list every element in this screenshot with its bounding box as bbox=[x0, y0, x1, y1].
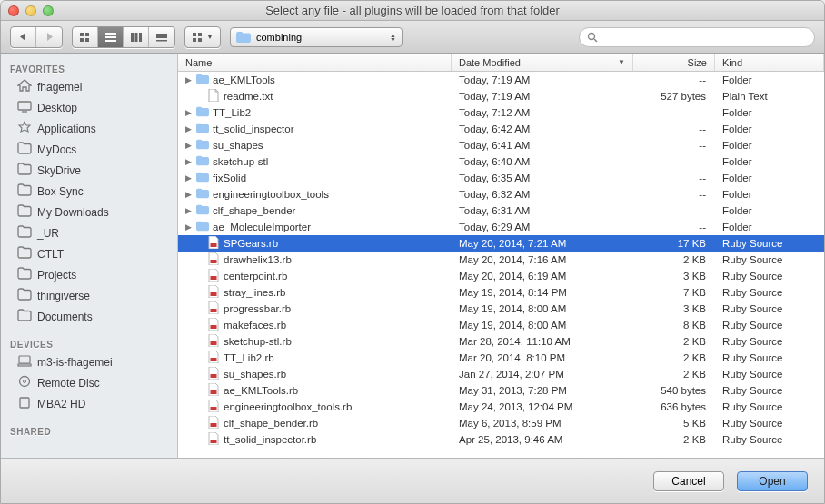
disclosure-triangle-icon[interactable]: ▶ bbox=[184, 124, 193, 133]
table-row[interactable]: clf_shape_bender.rbMay 6, 2013, 8:59 PM5… bbox=[178, 415, 824, 431]
svg-rect-21 bbox=[18, 364, 31, 366]
file-date: May 20, 2014, 7:16 AM bbox=[452, 254, 633, 265]
dialog-body: FAVORITES fhagemeiDesktopApplicationsMyD… bbox=[1, 54, 824, 458]
table-row[interactable]: ▶fixSolidToday, 6:35 AM--Folder bbox=[178, 170, 824, 186]
sidebar-item-ctlt[interactable]: CTLT bbox=[1, 243, 177, 264]
sidebar-item-fhagemei[interactable]: fhagemei bbox=[1, 76, 177, 97]
sidebar-item-box-sync[interactable]: Box Sync bbox=[1, 181, 177, 202]
svg-rect-13 bbox=[198, 33, 202, 36]
table-row[interactable]: TT_Lib2.rbMar 20, 2014, 8:10 PM2 KBRuby … bbox=[178, 350, 824, 366]
file-rows[interactable]: ▶ae_KMLToolsToday, 7:19 AM--Folderreadme… bbox=[178, 72, 824, 458]
file-date: Apr 25, 2013, 9:46 AM bbox=[452, 434, 633, 445]
ruby-file-icon bbox=[207, 236, 220, 251]
column-kind[interactable]: Kind bbox=[715, 54, 824, 71]
sidebar-item-documents[interactable]: Documents bbox=[1, 306, 177, 327]
file-name: sketchup-stl.rb bbox=[224, 336, 292, 347]
arrange-button[interactable]: ▼ bbox=[185, 27, 220, 47]
column-size[interactable]: Size bbox=[633, 54, 715, 71]
table-row[interactable]: ae_KMLTools.rbMay 31, 2013, 7:28 PM540 b… bbox=[178, 382, 824, 399]
table-row[interactable]: ▶ae_KMLToolsToday, 7:19 AM--Folder bbox=[178, 72, 824, 88]
svg-rect-25 bbox=[211, 243, 217, 247]
disclosure-triangle-icon[interactable]: ▶ bbox=[184, 190, 193, 199]
folder-icon bbox=[196, 220, 209, 234]
table-row[interactable]: SPGears.rbMay 20, 2014, 7:21 AM17 KBRuby… bbox=[178, 235, 824, 252]
table-row[interactable]: ▶su_shapesToday, 6:41 AM--Folder bbox=[178, 137, 824, 153]
table-row[interactable]: ▶ae_MoleculeImporterToday, 6:29 AM--Fold… bbox=[178, 219, 824, 235]
ruby-file-icon bbox=[207, 269, 220, 283]
sidebar-item-remote-disc[interactable]: Remote Disc bbox=[1, 372, 177, 393]
view-coverflow-button[interactable] bbox=[149, 27, 174, 47]
table-row[interactable]: tt_solid_inspector.rbApr 25, 2013, 9:46 … bbox=[178, 431, 824, 448]
table-row[interactable]: ▶tt_solid_inspectorToday, 6:42 AM--Folde… bbox=[178, 121, 824, 137]
file-name: readme.txt bbox=[224, 91, 273, 102]
disclosure-triangle-icon[interactable]: ▶ bbox=[184, 157, 193, 166]
sidebar-item--ur[interactable]: _UR bbox=[1, 222, 177, 243]
table-row[interactable]: sketchup-stl.rbMar 28, 2014, 11:10 AM2 K… bbox=[178, 333, 824, 350]
table-row[interactable]: makefaces.rbMay 19, 2014, 8:00 AM8 KBRub… bbox=[178, 317, 824, 333]
disclosure-triangle-icon[interactable]: ▶ bbox=[184, 141, 193, 150]
table-row[interactable]: ▶TT_Lib2Today, 7:12 AM--Folder bbox=[178, 104, 824, 121]
file-size: -- bbox=[633, 189, 715, 200]
file-kind: Ruby Source bbox=[715, 434, 824, 445]
file-size: 8 KB bbox=[633, 320, 715, 331]
window-title: Select any file - all plugins will be lo… bbox=[8, 4, 817, 17]
table-row[interactable]: stray_lines.rbMay 19, 2014, 8:14 PM7 KBR… bbox=[178, 284, 824, 301]
ruby-file-icon bbox=[207, 318, 220, 332]
sidebar-item-label: SkyDrive bbox=[37, 164, 81, 177]
minimize-icon[interactable] bbox=[25, 5, 36, 16]
svg-rect-27 bbox=[211, 276, 217, 280]
file-size: 2 KB bbox=[633, 352, 715, 363]
disclosure-triangle-icon[interactable]: ▶ bbox=[184, 75, 193, 84]
sidebar-item-desktop[interactable]: Desktop bbox=[1, 97, 177, 118]
disclosure-triangle-icon[interactable]: ▶ bbox=[184, 108, 193, 117]
sidebar-item-mba2-hd[interactable]: MBA2 HD bbox=[1, 393, 177, 414]
table-row[interactable]: ▶engineeringtoolbox_toolsToday, 6:32 AM-… bbox=[178, 186, 824, 203]
ruby-file-icon bbox=[207, 301, 220, 316]
column-date-modified[interactable]: Date Modified▼ bbox=[452, 54, 633, 71]
path-popup[interactable]: combining ▲▼ bbox=[230, 27, 403, 47]
search-field[interactable] bbox=[579, 27, 815, 47]
table-row[interactable]: readme.txtToday, 7:19 AM527 bytesPlain T… bbox=[178, 88, 824, 104]
text-file-icon bbox=[207, 89, 220, 104]
table-row[interactable]: centerpoint.rbMay 20, 2014, 6:19 AM3 KBR… bbox=[178, 268, 824, 284]
file-kind: Ruby Source bbox=[715, 303, 824, 314]
table-row[interactable]: engineeringtoolbox_tools.rbMay 24, 2013,… bbox=[178, 399, 824, 415]
table-row[interactable]: drawhelix13.rbMay 20, 2014, 7:16 AM2 KBR… bbox=[178, 252, 824, 268]
zoom-icon[interactable] bbox=[43, 5, 54, 16]
table-row[interactable]: progressbar.rbMay 19, 2014, 8:00 AM3 KBR… bbox=[178, 301, 824, 317]
table-row[interactable]: su_shapes.rbJan 27, 2014, 2:07 PM2 KBRub… bbox=[178, 366, 824, 382]
forward-button[interactable] bbox=[36, 27, 62, 47]
file-date: Today, 6:41 AM bbox=[452, 140, 633, 151]
disclosure-triangle-icon[interactable]: ▶ bbox=[184, 206, 193, 215]
disclosure-triangle-icon[interactable]: ▶ bbox=[184, 222, 193, 232]
search-input[interactable] bbox=[602, 31, 807, 44]
ruby-file-icon bbox=[207, 367, 220, 381]
svg-rect-35 bbox=[211, 407, 217, 410]
sidebar-item-projects[interactable]: Projects bbox=[1, 264, 177, 285]
file-name: clf_shape_bender.rb bbox=[224, 418, 318, 429]
view-list-button[interactable] bbox=[98, 27, 124, 47]
back-button[interactable] bbox=[11, 27, 36, 47]
open-button[interactable]: Open bbox=[737, 471, 808, 491]
table-row[interactable]: ▶sketchup-stlToday, 6:40 AM--Folder bbox=[178, 153, 824, 170]
sidebar-item-m3-is-fhagemei[interactable]: m3-is-fhagemei bbox=[1, 351, 177, 372]
view-columns-button[interactable] bbox=[124, 27, 149, 47]
column-name[interactable]: Name bbox=[178, 54, 452, 71]
file-date: May 19, 2014, 8:14 PM bbox=[452, 287, 633, 298]
sidebar-item-applications[interactable]: Applications bbox=[1, 118, 177, 139]
file-kind: Folder bbox=[715, 173, 824, 183]
file-kind: Ruby Source bbox=[715, 336, 824, 347]
sidebar-item-skydrive[interactable]: SkyDrive bbox=[1, 160, 177, 181]
folder-icon bbox=[17, 163, 32, 178]
sidebar-item-thingiverse[interactable]: thingiverse bbox=[1, 285, 177, 306]
disclosure-triangle-icon[interactable]: ▶ bbox=[184, 173, 193, 183]
close-icon[interactable] bbox=[8, 5, 19, 16]
file-date: May 20, 2014, 6:19 AM bbox=[452, 271, 633, 282]
sidebar-item-mydocs[interactable]: MyDocs bbox=[1, 139, 177, 160]
sidebar-item-my-downloads[interactable]: My Downloads bbox=[1, 202, 177, 222]
svg-rect-11 bbox=[156, 40, 167, 42]
table-row[interactable]: ▶clf_shape_benderToday, 6:31 AM--Folder bbox=[178, 203, 824, 219]
view-mode-segment bbox=[72, 26, 175, 48]
view-icons-button[interactable] bbox=[73, 27, 98, 47]
cancel-button[interactable]: Cancel bbox=[653, 471, 724, 491]
